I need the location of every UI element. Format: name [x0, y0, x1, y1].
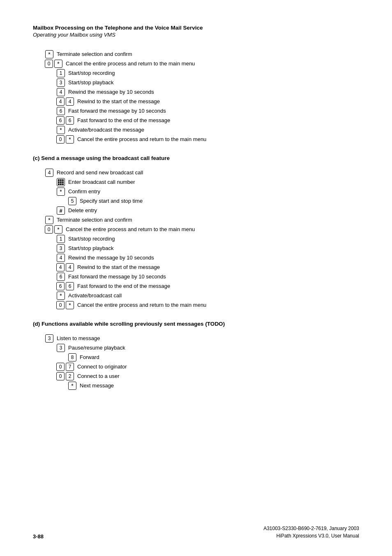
key-description: Listen to message — [57, 335, 100, 342]
key-cell: 0* — [41, 225, 62, 234]
key-digit-6: 6 — [66, 116, 74, 125]
key-cell: 3 — [41, 334, 53, 343]
key-row: 5Specify start and stop time — [64, 197, 359, 205]
key-digit-1: 1 — [57, 235, 65, 243]
key-row: Enter broadcast call number — [53, 178, 359, 186]
key-row: 0*Cancel the entire process and return t… — [41, 225, 359, 234]
key-row: 0*Cancel the entire process and return t… — [53, 301, 359, 309]
section-c: (c) Send a message using the broadcast c… — [33, 155, 359, 309]
footer-ref: A31003-S2330-B690-2-7619, January 2003 — [263, 525, 359, 532]
key-digit-0: 0 — [56, 301, 65, 309]
key-description: Terminate selection and confirm — [57, 51, 132, 58]
key-cell: 6 — [53, 107, 65, 115]
key-digit-4: 4 — [57, 88, 65, 96]
key-description: Fast forward to the end of the message — [77, 283, 170, 290]
key-star: * — [57, 292, 65, 300]
key-cell: 44 — [53, 263, 74, 271]
key-row: *Activate/broadcast the message — [53, 126, 359, 134]
key-star: * — [54, 60, 62, 68]
page-subtitle: Operating your Mailbox using VMS — [33, 32, 359, 38]
key-digit-3: 3 — [45, 334, 53, 343]
key-digit-7: 7 — [66, 363, 74, 371]
key-description: Rewind the message by 10 seconds — [68, 254, 154, 262]
key-cell: * — [41, 216, 53, 224]
key-cell: * — [53, 188, 65, 196]
key-row: 4Rewind the message by 10 seconds — [53, 88, 359, 96]
section-c-heading: (c) Send a message using the broadcast c… — [33, 155, 359, 161]
key-cell: 1 — [53, 69, 65, 77]
key-row: 3Listen to message — [41, 334, 359, 343]
key-digit-4: 4 — [57, 254, 65, 262]
key-star: * — [45, 50, 53, 58]
key-cell: 07 — [53, 363, 74, 371]
key-description: Rewind the message by 10 seconds — [68, 88, 154, 96]
key-description: Start/stop playback — [68, 79, 114, 86]
key-cell: 3 — [53, 344, 65, 352]
key-cell: 0* — [41, 60, 62, 68]
key-cell: 66 — [53, 282, 74, 290]
key-description: Specify start and stop time — [80, 197, 143, 205]
key-cell: * — [64, 382, 76, 390]
key-row: 0*Cancel the entire process and return t… — [41, 60, 359, 68]
key-digit-5: 5 — [68, 197, 76, 205]
key-row: *Terminate selection and confirm — [41, 216, 359, 224]
key-description: Cancel the entire process and return to … — [77, 301, 206, 309]
key-description: Confirm entry — [68, 188, 100, 195]
key-digit-3: 3 — [57, 344, 65, 352]
key-star: * — [66, 301, 74, 309]
key-row: *Activate/broadcast call — [53, 292, 359, 300]
key-digit-4: 4 — [56, 97, 65, 106]
key-row: 0*Cancel the entire process and return t… — [53, 135, 359, 144]
key-star: * — [68, 382, 76, 390]
key-row: 66Fast forward to the end of the message — [53, 282, 359, 290]
key-row: 8Forward — [64, 353, 359, 361]
key-row: 3Pause/resume playback — [53, 344, 359, 352]
key-star: * — [45, 216, 53, 224]
key-description: Delete entry — [68, 207, 97, 214]
footer: 3-88 A31003-S2330-B690-2-7619, January 2… — [33, 525, 359, 540]
key-digit-6: 6 — [56, 282, 65, 290]
key-digit-4: 4 — [45, 169, 53, 177]
key-cell: 0* — [53, 301, 74, 309]
key-description: Start/stop playback — [68, 245, 114, 252]
key-cell: # — [53, 206, 65, 215]
key-description: Cancel the entire process and return to … — [66, 60, 195, 67]
key-row: 4Rewind the message by 10 seconds — [53, 254, 359, 262]
key-description: Start/stop recording — [68, 70, 115, 77]
key-description: Activate/broadcast call — [68, 292, 122, 299]
key-row: 07Connect to originator — [53, 363, 359, 371]
key-digit-6: 6 — [56, 116, 65, 125]
key-cell: 8 — [64, 353, 76, 361]
key-cell: 02 — [53, 372, 74, 380]
key-star: * — [57, 126, 65, 134]
key-description: Fast forward to the end of the message — [77, 117, 170, 124]
key-row: 3Start/stop playback — [53, 79, 359, 87]
key-row: 66Fast forward to the end of the message — [53, 116, 359, 125]
section-a: *Terminate selection and confirm0*Cancel… — [33, 50, 359, 144]
key-description: Start/stop recording — [68, 235, 115, 243]
key-row: 1Start/stop recording — [53, 69, 359, 77]
key-digit-6: 6 — [57, 107, 65, 115]
key-digit-1: 1 — [57, 69, 65, 77]
key-cell: 0* — [53, 135, 74, 144]
key-cell: 4 — [53, 254, 65, 262]
key-hash: # — [57, 206, 65, 215]
page-number: 3-88 — [33, 533, 44, 540]
key-digit-6: 6 — [57, 273, 65, 281]
key-digit-0: 0 — [45, 60, 53, 68]
section-d-heading: (d) Functions available while scrolling … — [33, 321, 359, 327]
key-description: Fast forward the message by 10 seconds — [68, 273, 166, 280]
key-description: Terminate selection and confirm — [57, 216, 132, 224]
key-description: Activate/broadcast the message — [68, 126, 144, 134]
key-star: * — [57, 188, 65, 196]
key-description: Enter broadcast call number — [68, 178, 135, 186]
key-description: Rewind to the start of the message — [77, 98, 160, 105]
key-row: 6Fast forward the message by 10 seconds — [53, 107, 359, 115]
key-digit-0: 0 — [56, 135, 65, 144]
key-cell: * — [53, 292, 65, 300]
key-description: Connect to originator — [77, 363, 127, 371]
key-star: * — [54, 225, 62, 234]
key-row: 4Record and send new broadcast call — [41, 169, 359, 177]
key-digit-4: 4 — [66, 263, 74, 271]
key-cell: 4 — [41, 169, 53, 177]
